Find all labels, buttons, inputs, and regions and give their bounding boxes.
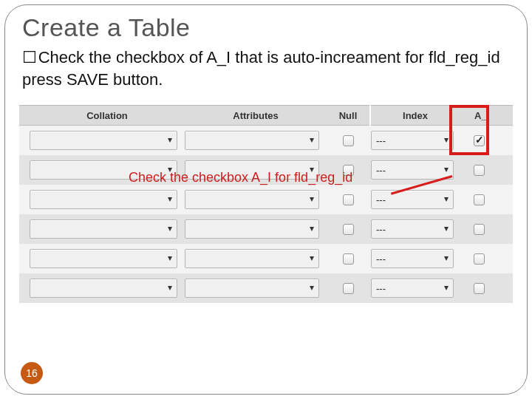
header-attributes: Attributes [185,105,327,126]
null-checkbox[interactable] [343,194,354,205]
table-row: --- [19,214,513,244]
header-null: Null [327,105,369,126]
header-index: Index [371,105,460,126]
ai-checkbox[interactable] [474,165,485,176]
collation-select[interactable] [30,131,177,150]
collation-select[interactable] [30,190,177,209]
null-checkbox[interactable] [343,224,354,235]
screenshot-area: Collation Attributes Null Index A_I --- [19,105,513,327]
collation-select[interactable] [30,249,177,268]
ai-checkbox[interactable] [474,283,485,294]
ai-checkbox[interactable] [474,224,485,235]
table-row: --- [19,185,513,214]
collation-select[interactable] [30,219,177,239]
bullet-text: ☐Check the checkbox of A_I that is auto-… [22,47,513,90]
ai-checkbox[interactable] [474,253,485,265]
header-collation: Collation [30,105,185,126]
table-row: --- [19,273,513,303]
null-checkbox[interactable] [343,253,354,265]
index-select[interactable]: --- [371,219,454,239]
attributes-select[interactable] [185,249,319,268]
index-select[interactable]: --- [371,279,454,298]
page-number: 16 [21,362,43,384]
header-ai: A_I [460,105,504,126]
attributes-select[interactable] [185,131,319,150]
bullet-content: Check the checkbox of A_I that is auto-i… [22,48,500,89]
attributes-select[interactable] [185,190,319,209]
index-select[interactable]: --- [371,190,454,209]
bullet-icon: ☐ [22,48,37,66]
table-body: --- --- --- [19,126,513,303]
ai-checkbox[interactable] [474,194,485,205]
null-checkbox[interactable] [343,135,354,146]
null-checkbox[interactable] [343,283,354,294]
callout-text: Check the checkbox A_I for fld_reg_id [129,170,352,185]
index-select[interactable]: --- [371,160,454,180]
ai-checkbox[interactable] [474,135,485,146]
index-select[interactable]: --- [371,131,454,150]
slide-title: Create a Table [22,13,513,42]
table-row: --- [19,126,513,155]
table-header: Collation Attributes Null Index A_I [19,105,513,126]
index-select[interactable]: --- [371,249,454,268]
attributes-select[interactable] [185,219,319,239]
collation-select[interactable] [30,279,177,298]
attributes-select[interactable] [185,279,319,298]
table-row: --- [19,244,513,273]
